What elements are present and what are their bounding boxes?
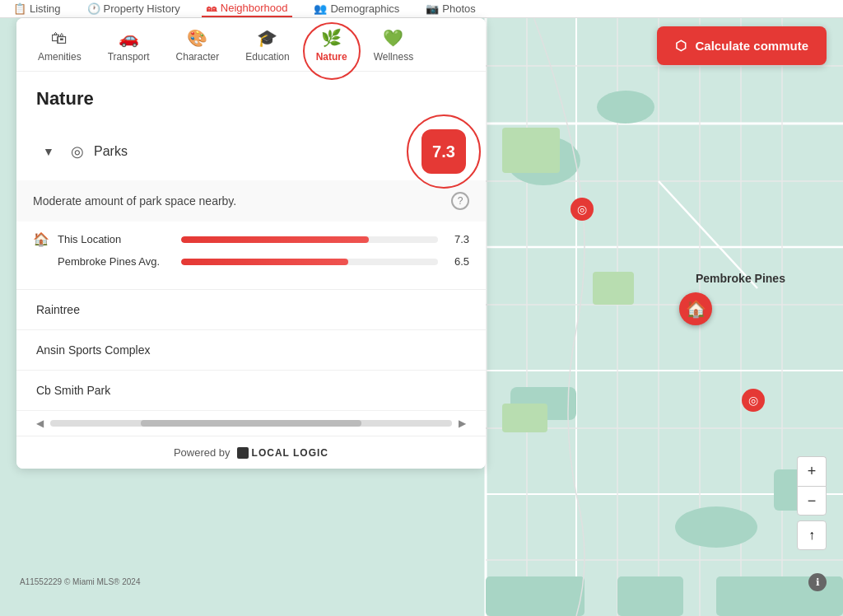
character-icon: 🎨 (187, 30, 207, 46)
scroll-left-arrow[interactable]: ◀ (36, 418, 44, 429)
this-location-bar-track (181, 236, 438, 243)
nature-icon: 🌿 (321, 30, 342, 46)
map-controls: + − ↑ (797, 456, 827, 550)
pembroke-pines-label: Pembroke Pines (696, 272, 785, 285)
this-location-score: 7.3 (446, 233, 469, 245)
tab-nature[interactable]: 🌿 Nature (303, 18, 361, 71)
amenities-icon: 🛍 (51, 30, 68, 46)
tab-amenities-label: Amenities (38, 51, 82, 63)
panel-footer: Powered by LOCAL LOGIC (16, 436, 486, 469)
scrollbar-arrows: ◀ ▶ (36, 418, 466, 429)
tab-wellness-label: Wellness (374, 51, 413, 63)
tab-nature-label: Nature (316, 51, 347, 63)
map-watermark: A11552229 © Miami MLS® 2024 (20, 577, 140, 586)
avg-bar-fill (181, 259, 348, 265)
avg-label: Pembroke Pines Avg. (58, 255, 173, 268)
score-badge-container: 7.3 (422, 129, 466, 174)
map-pin-home[interactable]: 🏠 (679, 292, 712, 325)
parks-pin-icon: ◎ (71, 142, 84, 161)
comparison-row-this-location: 🏠 This Location 7.3 (33, 231, 469, 247)
this-location-bar-fill (181, 236, 369, 243)
score-row: ▼ ◎ Parks 7.3 (36, 123, 466, 180)
local-logic-logo: LOCAL LOGIC (237, 447, 328, 459)
expand-chevron-button[interactable]: ▼ (36, 139, 61, 164)
nav-listing[interactable]: 📋 Listing (8, 1, 66, 16)
comparison-row-avg: 🏠 Pembroke Pines Avg. 6.5 (33, 254, 469, 269)
pin-red-icon-1: ◎ (571, 198, 594, 221)
scrollbar-strip: ◀ ▶ (16, 411, 486, 436)
zoom-in-button[interactable]: + (797, 456, 827, 486)
park-item-raintree[interactable]: Raintree (16, 290, 486, 330)
scrollbar-thumb (141, 420, 361, 427)
svg-rect-26 (502, 128, 560, 173)
tab-education-label: Education (245, 51, 289, 63)
score-badge: 7.3 (422, 129, 466, 174)
panel-title: Nature (36, 88, 466, 110)
wellness-icon: 💚 (383, 30, 403, 46)
nav-neighborhood[interactable]: 🏘 Neighborhood (202, 0, 293, 17)
park-item-cbsmith[interactable]: Cb Smith Park (16, 371, 486, 411)
history-icon: 🕐 (87, 2, 100, 15)
education-icon: 🎓 (257, 30, 277, 46)
category-tabs: 🛍 Amenities 🚗 Transport 🎨 Character 🎓 Ed… (16, 18, 486, 72)
map-pin-1[interactable]: ◎ (571, 198, 594, 221)
svg-rect-24 (617, 576, 683, 616)
nav-photos[interactable]: 📷 Photos (421, 1, 480, 16)
this-location-label: This Location (58, 233, 173, 245)
svg-rect-23 (486, 576, 585, 616)
help-icon-button[interactable]: ? (451, 192, 469, 210)
tab-character-label: Character (176, 51, 220, 63)
pin-red-icon-2: ◎ (742, 389, 765, 412)
ll-square-icon (237, 447, 249, 459)
svg-rect-28 (502, 404, 547, 432)
description-text: Moderate amount of park space nearby. (33, 194, 236, 208)
scroll-right-arrow[interactable]: ▶ (459, 418, 466, 429)
home-icon: 🏠 (33, 231, 49, 247)
top-navigation: 📋 Listing 🕐 Property History 🏘 Neighborh… (0, 0, 843, 18)
category-label: Parks (94, 144, 412, 159)
tab-education[interactable]: 🎓 Education (232, 18, 302, 71)
logo-text: LOCAL LOGIC (252, 447, 328, 459)
tab-amenities[interactable]: 🛍 Amenities (25, 18, 95, 71)
avg-score: 6.5 (446, 255, 469, 268)
svg-rect-27 (593, 272, 634, 305)
park-list: Raintree Ansin Sports Complex Cb Smith P… (16, 289, 486, 411)
tab-character[interactable]: 🎨 Character (163, 18, 233, 71)
neighborhood-icon: 🏘 (207, 2, 217, 14)
tab-transport-label: Transport (108, 51, 150, 63)
commute-button-icon: ⬡ (675, 38, 687, 54)
tab-transport[interactable]: 🚗 Transport (95, 18, 163, 71)
transport-icon: 🚗 (119, 30, 139, 46)
neighborhood-panel: 🛍 Amenities 🚗 Transport 🎨 Character 🎓 Ed… (16, 18, 486, 469)
listing-icon: 📋 (13, 2, 26, 15)
panel-main-content: Nature ▼ ◎ Parks 7.3 (16, 72, 486, 180)
comparison-section: 🏠 This Location 7.3 🏠 Pembroke Pines Avg… (16, 222, 486, 289)
description-row: Moderate amount of park space nearby. ? (16, 180, 486, 222)
tab-wellness[interactable]: 💚 Wellness (361, 18, 426, 71)
map-info-button[interactable]: ℹ (808, 573, 827, 591)
zoom-out-button[interactable]: − (797, 486, 827, 516)
compass-button[interactable]: ↑ (797, 520, 827, 550)
pin-home-icon: 🏠 (679, 292, 712, 325)
nav-property-history[interactable]: 🕐 Property History (82, 1, 185, 16)
map-pin-2[interactable]: ◎ (742, 389, 765, 412)
svg-point-22 (675, 506, 757, 548)
photos-icon: 📷 (426, 2, 439, 15)
commute-button-label: Calculate commute (695, 39, 808, 53)
nav-demographics[interactable]: 👥 Demographics (309, 1, 404, 16)
svg-point-19 (597, 91, 654, 124)
avg-bar-track (181, 259, 438, 265)
park-item-ansin[interactable]: Ansin Sports Complex (16, 330, 486, 371)
calculate-commute-button[interactable]: ⬡ Calculate commute (657, 26, 827, 65)
powered-by-text: Powered by (174, 446, 231, 459)
scrollbar-track[interactable] (50, 420, 452, 427)
demographics-icon: 👥 (314, 2, 327, 15)
